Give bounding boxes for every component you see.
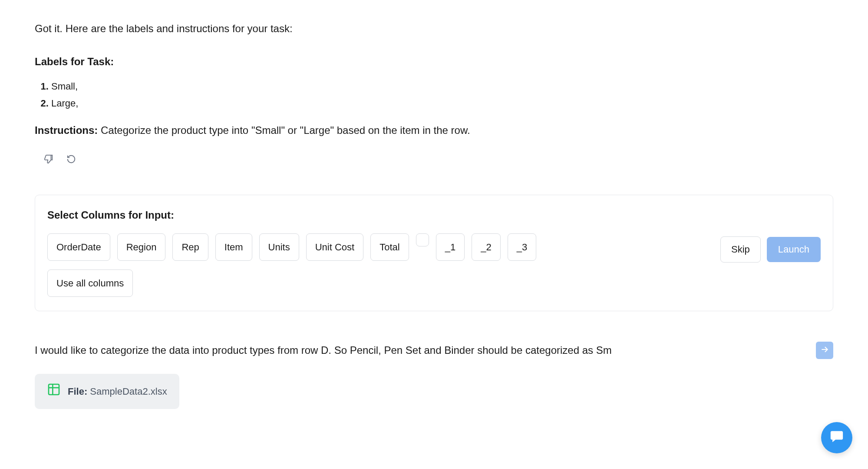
svg-rect-1 xyxy=(49,384,59,395)
use-all-columns-button[interactable]: Use all columns xyxy=(47,269,133,297)
thumbs-down-icon[interactable] xyxy=(43,154,54,164)
column-chip-total[interactable]: Total xyxy=(370,233,409,261)
instructions-text: Categorize the product type into "Small"… xyxy=(98,124,470,136)
prompt-input[interactable] xyxy=(35,343,814,358)
select-columns-heading: Select Columns for Input: xyxy=(47,207,821,223)
column-chip-units[interactable]: Units xyxy=(259,233,299,261)
column-chip-1[interactable]: _1 xyxy=(436,233,465,261)
labels-heading: Labels for Task: xyxy=(35,54,833,70)
card-actions: Skip Launch xyxy=(720,236,821,263)
prompt-input-row xyxy=(35,342,833,359)
columns-wrap: OrderDate Region Rep Item Units Unit Cos… xyxy=(47,233,821,261)
labels-list: Small, Large, xyxy=(51,79,833,110)
file-prefix: File: xyxy=(68,386,90,397)
feedback-row xyxy=(43,154,833,164)
refresh-icon[interactable] xyxy=(66,154,76,164)
column-chip-item[interactable]: Item xyxy=(215,233,252,261)
label-item: Large, xyxy=(51,96,833,110)
column-chip-3[interactable]: _3 xyxy=(508,233,536,261)
launch-button[interactable]: Launch xyxy=(767,237,821,262)
column-chip-2[interactable]: _2 xyxy=(472,233,500,261)
select-columns-card: Select Columns for Input: OrderDate Regi… xyxy=(35,195,833,311)
column-chip-empty[interactable] xyxy=(416,233,429,246)
instructions-label: Instructions: xyxy=(35,124,98,136)
column-chip-region[interactable]: Region xyxy=(117,233,166,261)
instructions-line: Instructions: Categorize the product typ… xyxy=(35,123,833,138)
column-chip-rep[interactable]: Rep xyxy=(172,233,208,261)
skip-button[interactable]: Skip xyxy=(720,236,761,263)
column-chip-orderdate[interactable]: OrderDate xyxy=(47,233,110,261)
file-attachment-chip[interactable]: File: SampleData2.xlsx xyxy=(35,374,179,409)
spreadsheet-icon xyxy=(47,383,61,400)
file-label: File: SampleData2.xlsx xyxy=(68,384,167,399)
label-item: Small, xyxy=(51,79,833,93)
column-chip-unit-cost[interactable]: Unit Cost xyxy=(306,233,363,261)
file-name: SampleData2.xlsx xyxy=(90,386,167,397)
send-button[interactable] xyxy=(816,342,833,359)
arrow-right-icon xyxy=(820,343,829,358)
intro-text: Got it. Here are the labels and instruct… xyxy=(35,21,833,37)
